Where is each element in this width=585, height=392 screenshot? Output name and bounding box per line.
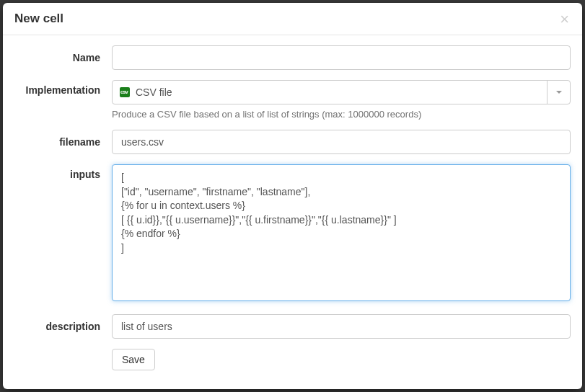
implementation-select[interactable]: CSV file xyxy=(112,80,571,104)
row-implementation: Implementation CSV file Produce a CSV fi… xyxy=(14,80,571,120)
modal-body: Name Implementation CSV file Produce a C… xyxy=(3,35,582,382)
name-input[interactable] xyxy=(112,45,571,70)
implementation-help: Produce a CSV file based on a list of li… xyxy=(112,109,571,120)
button-row: Save xyxy=(112,349,571,370)
description-input[interactable] xyxy=(112,314,571,339)
row-name: Name xyxy=(14,45,571,70)
csv-file-icon xyxy=(120,87,130,97)
row-filename: filename xyxy=(14,130,571,154)
row-description: description xyxy=(14,314,571,339)
chevron-down-icon xyxy=(556,91,562,94)
label-implementation: Implementation xyxy=(14,80,112,96)
select-caret xyxy=(547,81,570,104)
new-cell-modal: New cell × Name Implementation CSV file … xyxy=(3,3,582,389)
label-description: description xyxy=(14,321,112,332)
modal-header: New cell × xyxy=(3,3,582,35)
inputs-textarea[interactable] xyxy=(112,164,571,301)
modal-title: New cell xyxy=(14,12,63,25)
label-filename: filename xyxy=(14,136,112,148)
row-inputs: inputs xyxy=(14,164,571,304)
filename-input[interactable] xyxy=(112,130,571,154)
close-icon[interactable]: × xyxy=(557,9,572,30)
save-button[interactable]: Save xyxy=(112,349,155,370)
label-name: Name xyxy=(14,52,112,63)
label-inputs: inputs xyxy=(14,164,112,180)
implementation-selected: CSV file xyxy=(136,86,547,98)
